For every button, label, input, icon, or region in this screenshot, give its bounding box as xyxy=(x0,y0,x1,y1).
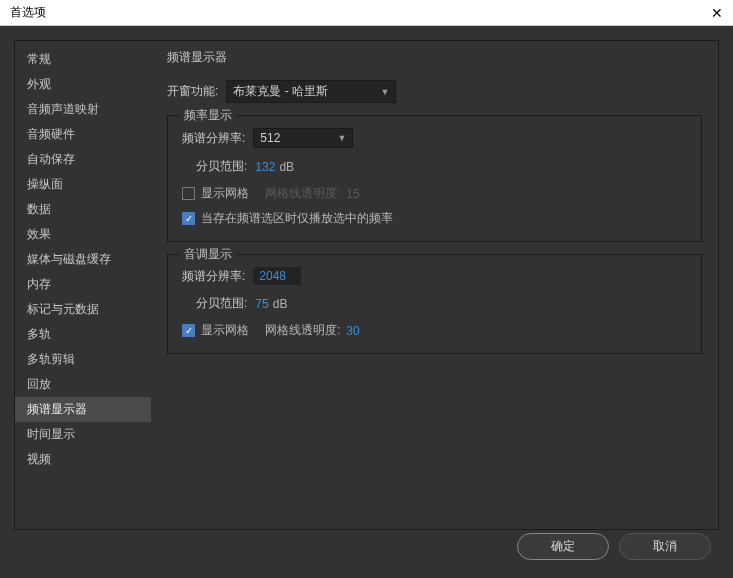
dialog-body: 常规 外观 音频声道映射 音频硬件 自动保存 操纵面 数据 效果 媒体与磁盘缓存… xyxy=(0,26,733,578)
sidebar-item-video[interactable]: 视频 xyxy=(15,447,151,472)
ok-button[interactable]: 确定 xyxy=(517,533,609,560)
sidebar-item-multitrack-clips[interactable]: 多轨剪辑 xyxy=(15,347,151,372)
window-function-label: 开窗功能: xyxy=(167,83,218,100)
freq-resolution-value: 512 xyxy=(260,131,280,145)
sidebar-item-spectral-display[interactable]: 频谱显示器 xyxy=(15,397,151,422)
freq-grid-opacity-label: 网格线透明度: xyxy=(265,185,340,202)
pitch-resolution-input[interactable]: 2048 xyxy=(253,267,301,285)
frequency-group: 频率显示 频谱分辨率: 512 ▼ 分贝范围: 132 dB 显示网格 网格 xyxy=(167,115,702,242)
content-panel: 频谱显示器 开窗功能: 布莱克曼 - 哈里斯 ▼ 频率显示 频谱分辨率: 512… xyxy=(151,41,718,529)
sidebar-item-appearance[interactable]: 外观 xyxy=(15,72,151,97)
sidebar-item-data[interactable]: 数据 xyxy=(15,197,151,222)
freq-only-selection-row: ✓ 当存在频谱选区时仅播放选中的频率 xyxy=(182,210,687,227)
freq-resolution-label: 频谱分辨率: xyxy=(182,130,245,147)
pitch-show-grid-label: 显示网格 xyxy=(201,322,249,339)
pitch-grid-opacity-value[interactable]: 30 xyxy=(346,324,359,338)
pitch-group-title: 音调显示 xyxy=(180,246,236,263)
sidebar: 常规 外观 音频声道映射 音频硬件 自动保存 操纵面 数据 效果 媒体与磁盘缓存… xyxy=(15,41,151,529)
pitch-db-value[interactable]: 75 xyxy=(255,297,268,311)
window-function-select[interactable]: 布莱克曼 - 哈里斯 ▼ xyxy=(226,80,396,103)
chevron-down-icon: ▼ xyxy=(337,133,346,143)
sidebar-item-media-cache[interactable]: 媒体与磁盘缓存 xyxy=(15,247,151,272)
sidebar-item-effects[interactable]: 效果 xyxy=(15,222,151,247)
dialog-footer: 确定 取消 xyxy=(517,533,711,560)
pitch-db-unit: dB xyxy=(273,297,288,311)
sidebar-item-general[interactable]: 常规 xyxy=(15,47,151,72)
freq-only-selection-checkbox[interactable]: ✓ xyxy=(182,212,195,225)
freq-db-label: 分贝范围: xyxy=(196,158,247,175)
pitch-resolution-row: 频谱分辨率: 2048 xyxy=(182,267,687,285)
pitch-db-label: 分贝范围: xyxy=(196,295,247,312)
inner-border: 常规 外观 音频声道映射 音频硬件 自动保存 操纵面 数据 效果 媒体与磁盘缓存… xyxy=(14,40,719,530)
freq-grid-opacity-value: 15 xyxy=(346,187,359,201)
pitch-db-row: 分贝范围: 75 dB xyxy=(196,295,687,312)
section-heading: 频谱显示器 xyxy=(167,49,702,66)
window-function-value: 布莱克曼 - 哈里斯 xyxy=(233,83,328,100)
freq-only-selection-label: 当存在频谱选区时仅播放选中的频率 xyxy=(201,210,393,227)
sidebar-item-markers-metadata[interactable]: 标记与元数据 xyxy=(15,297,151,322)
freq-show-grid-label: 显示网格 xyxy=(201,185,249,202)
dialog-title: 首选项 xyxy=(10,4,46,21)
freq-show-grid-row: 显示网格 网格线透明度: 15 xyxy=(182,185,687,202)
sidebar-item-multitrack[interactable]: 多轨 xyxy=(15,322,151,347)
pitch-grid-opacity-label: 网格线透明度: xyxy=(265,322,340,339)
sidebar-item-audio-channel[interactable]: 音频声道映射 xyxy=(15,97,151,122)
freq-db-value[interactable]: 132 xyxy=(255,160,275,174)
sidebar-item-playback[interactable]: 回放 xyxy=(15,372,151,397)
cancel-button[interactable]: 取消 xyxy=(619,533,711,560)
sidebar-item-memory[interactable]: 内存 xyxy=(15,272,151,297)
window-function-row: 开窗功能: 布莱克曼 - 哈里斯 ▼ xyxy=(167,80,702,103)
sidebar-item-time-display[interactable]: 时间显示 xyxy=(15,422,151,447)
freq-db-unit: dB xyxy=(279,160,294,174)
sidebar-item-autosave[interactable]: 自动保存 xyxy=(15,147,151,172)
titlebar: 首选项 ✕ xyxy=(0,0,733,26)
freq-resolution-select[interactable]: 512 ▼ xyxy=(253,128,353,148)
pitch-group: 音调显示 频谱分辨率: 2048 分贝范围: 75 dB ✓ 显示网格 网格线透… xyxy=(167,254,702,354)
freq-db-row: 分贝范围: 132 dB xyxy=(196,158,687,175)
frequency-group-title: 频率显示 xyxy=(180,107,236,124)
sidebar-item-control-surface[interactable]: 操纵面 xyxy=(15,172,151,197)
freq-show-grid-checkbox[interactable] xyxy=(182,187,195,200)
pitch-show-grid-row: ✓ 显示网格 网格线透明度: 30 xyxy=(182,322,687,339)
chevron-down-icon: ▼ xyxy=(380,87,389,97)
sidebar-item-audio-hardware[interactable]: 音频硬件 xyxy=(15,122,151,147)
pitch-resolution-label: 频谱分辨率: xyxy=(182,268,245,285)
close-icon[interactable]: ✕ xyxy=(711,5,723,21)
freq-resolution-row: 频谱分辨率: 512 ▼ xyxy=(182,128,687,148)
pitch-show-grid-checkbox[interactable]: ✓ xyxy=(182,324,195,337)
